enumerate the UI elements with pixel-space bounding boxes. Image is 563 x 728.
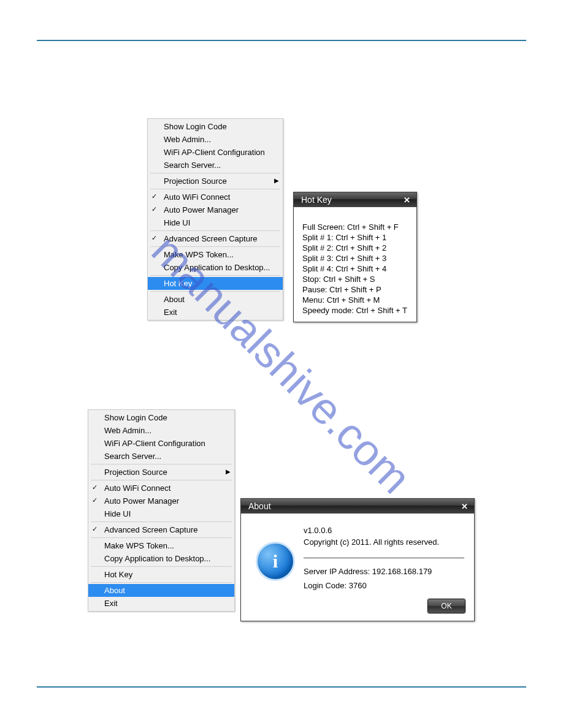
menu-item-label: Copy Application to Desktop... — [164, 263, 270, 272]
about-version: v1.0.0.6 — [304, 526, 464, 535]
check-icon: ✓ — [92, 496, 101, 504]
about-server-ip: Server IP Address: 192.168.168.179 — [304, 567, 464, 576]
menu-item-label: Web Admin... — [104, 426, 151, 435]
chevron-right-icon: ▶ — [274, 177, 279, 184]
context-menu-hotkey: Show Login CodeWeb Admin...WiFi AP-Clien… — [147, 118, 283, 320]
menu-item-label: Search Server... — [104, 452, 161, 461]
hotkey-line: Split # 2: Ctrl + Shift + 2 — [302, 243, 408, 253]
menu-item-label: Exit — [104, 599, 118, 608]
menu-item[interactable]: WiFi AP-Client Configuration — [88, 437, 234, 450]
hotkey-line: Pause: Ctrl + Shift + P — [302, 284, 408, 295]
check-icon: ✓ — [92, 525, 101, 533]
menu-separator — [91, 480, 232, 480]
menu-item-label: WiFi AP-Client Configuration — [164, 148, 265, 157]
about-copyright: Copyright (c) 2011. All rights reserved. — [304, 537, 464, 547]
menu-item[interactable]: Copy Application to Desktop... — [148, 261, 283, 274]
menu-item[interactable]: Search Server... — [88, 450, 234, 463]
menu-item[interactable]: Make WPS Token... — [148, 248, 283, 261]
menu-item[interactable]: About — [88, 584, 234, 597]
menu-item[interactable]: Web Admin... — [88, 424, 234, 437]
check-icon: ✓ — [151, 205, 160, 213]
menu-item[interactable]: Search Server... — [148, 159, 283, 172]
menu-item[interactable]: Hide UI — [88, 507, 234, 520]
menu-item-label: Hide UI — [104, 509, 131, 518]
menu-item-label: Search Server... — [164, 161, 221, 170]
menu-item[interactable]: WiFi AP-Client Configuration — [148, 146, 283, 159]
close-icon[interactable]: ✕ — [400, 195, 413, 205]
hotkey-line: Menu: Ctrl + Shift + M — [302, 295, 408, 305]
menu-item-label: Show Login Code — [104, 413, 167, 422]
menu-item-label: About — [104, 586, 125, 595]
menu-item[interactable]: Make WPS Token... — [88, 539, 234, 552]
menu-item[interactable]: Copy Application to Desktop... — [88, 552, 234, 565]
info-icon: i — [256, 542, 295, 581]
menu-item[interactable]: ✓Auto WiFi Connect — [148, 191, 283, 203]
context-menu-about: Show Login CodeWeb Admin...WiFi AP-Clien… — [88, 409, 235, 612]
menu-item-label: Auto Power Manager — [164, 205, 239, 214]
close-icon[interactable]: ✕ — [458, 501, 470, 511]
about-body: i v1.0.0.6 Copyright (c) 2011. All right… — [241, 514, 474, 599]
menu-separator — [150, 230, 280, 231]
chevron-right-icon: ▶ — [226, 468, 231, 475]
about-footer: OK — [241, 599, 474, 621]
menu-item-label: Hot Key — [164, 279, 192, 288]
menu-item-label: Advanced Screen Capture — [164, 234, 257, 243]
page-bottom-rule — [37, 686, 526, 688]
menu-item[interactable]: ✓Auto Power Manager — [148, 203, 283, 216]
about-login-code: Login Code: 3760 — [304, 581, 464, 590]
menu-separator — [150, 291, 280, 292]
about-text-col: v1.0.0.6 Copyright (c) 2011. All rights … — [300, 526, 464, 590]
menu-separator — [91, 521, 232, 522]
menu-item-label: Copy Application to Desktop... — [104, 554, 210, 563]
menu-item[interactable]: Exit — [88, 597, 234, 610]
menu-item-label: Advanced Screen Capture — [104, 525, 197, 534]
menu-item[interactable]: Hot Key — [148, 277, 283, 290]
about-icon-col: i — [251, 526, 300, 590]
about-divider — [304, 558, 464, 558]
ok-button[interactable]: OK — [427, 599, 465, 613]
menu-item[interactable]: Exit — [148, 306, 283, 319]
menu-item-label: Web Admin... — [164, 135, 211, 144]
menu-item[interactable]: About — [148, 293, 283, 306]
menu-item-label: Exit — [164, 308, 177, 317]
menu-item-label: About — [164, 295, 185, 304]
menu-item[interactable]: Hide UI — [148, 216, 283, 229]
menu-item[interactable]: ✓Auto Power Manager — [88, 495, 234, 507]
hotkey-title: Hot Key — [301, 195, 400, 205]
menu-item-label: Projection Source — [164, 176, 227, 186]
menu-item-label: Auto Power Manager — [104, 496, 179, 506]
menu-separator — [91, 566, 232, 567]
hotkey-titlebar: Hot Key ✕ — [294, 192, 416, 207]
hotkey-line: Split # 3: Ctrl + Shift + 3 — [302, 253, 408, 264]
menu-item[interactable]: Projection Source▶ — [148, 175, 283, 188]
menu-item-label: Make WPS Token... — [104, 541, 174, 550]
about-titlebar: About ✕ — [241, 499, 474, 514]
menu-item[interactable]: Web Admin... — [148, 133, 283, 146]
hotkey-line: Stop: Ctrl + Shift + S — [302, 274, 408, 284]
about-title: About — [248, 501, 458, 511]
menu-item-label: Make WPS Token... — [164, 250, 234, 259]
hotkey-line: Full Screen: Ctrl + Shift + F — [302, 222, 408, 232]
menu-item[interactable]: Hot Key — [88, 568, 234, 581]
page-top-rule — [37, 40, 526, 41]
menu-item[interactable]: ✓Advanced Screen Capture — [88, 523, 234, 536]
menu-item[interactable]: ✓Advanced Screen Capture — [148, 232, 283, 245]
menu-item[interactable]: ✓Auto WiFi Connect — [88, 482, 234, 495]
menu-item-label: Auto WiFi Connect — [104, 483, 170, 493]
menu-item[interactable]: Show Login Code — [88, 411, 234, 424]
menu-item-label: WiFi AP-Client Configuration — [104, 439, 205, 448]
hotkey-line: Split # 4: Ctrl + Shift + 4 — [302, 264, 408, 274]
about-dialog: About ✕ i v1.0.0.6 Copyright (c) 2011. A… — [240, 498, 475, 621]
menu-item[interactable]: Projection Source▶ — [88, 466, 234, 479]
check-icon: ✓ — [151, 234, 160, 242]
menu-item-label: Show Login Code — [164, 122, 227, 131]
check-icon: ✓ — [92, 483, 101, 491]
menu-item[interactable]: Show Login Code — [148, 120, 283, 133]
hotkey-line: Speedy mode: Ctrl + Shift + T — [302, 305, 408, 316]
menu-separator — [150, 189, 280, 189]
menu-item-label: Hide UI — [164, 218, 190, 227]
menu-item-label: Projection Source — [104, 468, 167, 477]
check-icon: ✓ — [151, 192, 160, 200]
hotkey-line: Split # 1: Ctrl + Shift + 1 — [302, 232, 408, 243]
hotkey-body: Full Screen: Ctrl + Shift + FSplit # 1: … — [294, 207, 416, 322]
